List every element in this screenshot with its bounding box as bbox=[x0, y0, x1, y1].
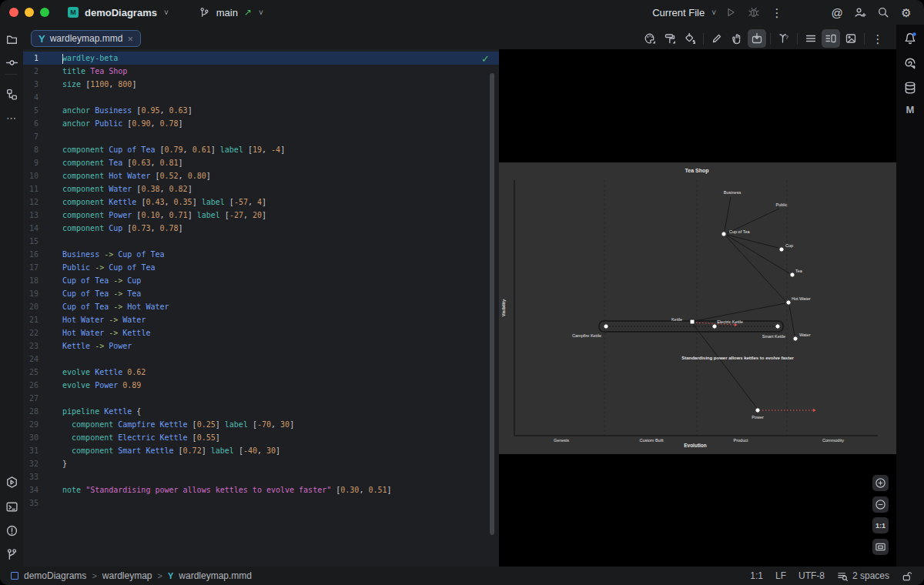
zoom-in-button[interactable] bbox=[872, 475, 889, 491]
services-tool-window-button[interactable] bbox=[4, 474, 19, 490]
code-with-me-button[interactable] bbox=[852, 4, 869, 21]
editor-only-layout-button[interactable] bbox=[802, 29, 820, 48]
split-layout-button[interactable] bbox=[822, 29, 840, 48]
editor-line[interactable]: 35 bbox=[23, 496, 499, 510]
breadcrumb-project[interactable]: demoDiagrams bbox=[24, 570, 86, 581]
editor-line[interactable]: 21Hot Water -> Water bbox=[23, 313, 499, 326]
editor-line[interactable]: 8component Cup of Tea [0.79, 0.61] label… bbox=[23, 143, 499, 156]
line-number: 35 bbox=[23, 496, 38, 510]
breadcrumb-folder[interactable]: wardleymap bbox=[102, 570, 152, 581]
editor-line[interactable]: 3size [1100, 800] bbox=[23, 78, 499, 91]
database-tool-window-button[interactable] bbox=[902, 80, 918, 95]
editor-scrollbar[interactable] bbox=[490, 73, 494, 535]
editor-line[interactable]: 10component Hot Water [0.52, 0.80] bbox=[23, 169, 499, 182]
pan-hand-button[interactable] bbox=[728, 29, 746, 48]
problems-tool-window-button[interactable] bbox=[4, 523, 19, 538]
editor-line[interactable]: 7 bbox=[23, 130, 499, 143]
indent-widget[interactable]: 2 spaces bbox=[837, 570, 889, 582]
settings-button[interactable]: ⚙ bbox=[898, 4, 915, 21]
mermaid-tool-window-button[interactable]: M bbox=[902, 102, 918, 117]
editor-line[interactable]: 14component Cup [0.73, 0.78] bbox=[23, 222, 499, 235]
editor-line[interactable]: 6anchor Public [0.90, 0.78] bbox=[23, 117, 499, 130]
run-configuration-selector[interactable]: Current File bbox=[652, 7, 705, 18]
paint-roller-button[interactable] bbox=[661, 29, 679, 48]
divider bbox=[5, 74, 18, 75]
editor-line[interactable]: 32} bbox=[23, 457, 499, 470]
file-lock-widget[interactable] bbox=[902, 570, 913, 582]
ai-chat-button[interactable] bbox=[902, 55, 918, 71]
encoding-widget[interactable]: UTF-8 bbox=[798, 570, 825, 581]
editor-line[interactable]: 18Cup of Tea -> Cup bbox=[23, 274, 499, 287]
line-number: 10 bbox=[23, 169, 38, 182]
tab-wardleymap-mmd[interactable]: Y wardleymap.mmd × bbox=[31, 30, 141, 47]
editor-line[interactable]: 29 component Campfire Kettle [0.25] labe… bbox=[23, 418, 499, 431]
ai-assistant-button[interactable]: @ bbox=[829, 4, 845, 21]
editor-line[interactable]: 1wardley-beta bbox=[23, 52, 499, 65]
more-actions-button[interactable]: ⋮ bbox=[768, 4, 785, 21]
editor-line[interactable]: 12component Kettle [0.43, 0.35] label [-… bbox=[23, 196, 499, 209]
edit-tool-button[interactable] bbox=[708, 29, 726, 48]
structure-tool-window-button[interactable] bbox=[4, 86, 19, 102]
editor-line[interactable]: 11component Water [0.38, 0.82] bbox=[23, 182, 499, 196]
line-number: 23 bbox=[23, 339, 38, 353]
project-tool-window-button[interactable] bbox=[4, 32, 19, 47]
zoom-window-button[interactable] bbox=[40, 8, 49, 17]
code-editor[interactable]: 1wardley-beta2title Tea Shop3size [1100,… bbox=[23, 49, 499, 567]
search-everywhere-button[interactable] bbox=[875, 4, 892, 21]
editor-line[interactable]: 24 bbox=[23, 353, 499, 366]
fill-color-button[interactable] bbox=[681, 29, 699, 48]
zoom-out-button[interactable] bbox=[872, 496, 889, 513]
close-window-button[interactable] bbox=[9, 8, 18, 17]
editor-line[interactable]: 15 bbox=[23, 235, 499, 248]
line-separator-widget[interactable]: LF bbox=[775, 570, 786, 581]
editor-line[interactable]: 2title Tea Shop bbox=[23, 65, 499, 78]
run-button[interactable] bbox=[722, 4, 739, 21]
commit-tool-window-button[interactable] bbox=[4, 55, 19, 70]
actual-size-button[interactable]: 1:1 bbox=[872, 517, 889, 533]
editor-line[interactable]: 5anchor Business [0.95, 0.63] bbox=[23, 104, 499, 117]
mermaid-syntax-help-button[interactable]: ? bbox=[775, 29, 793, 48]
editor-line[interactable]: 28pipeline Kettle { bbox=[23, 405, 499, 418]
preview-only-layout-button[interactable] bbox=[842, 29, 860, 48]
editor-line[interactable]: 26evolve Power 0.89 bbox=[23, 379, 499, 392]
editor-line[interactable]: 9component Tea [0.63, 0.81] bbox=[23, 156, 499, 169]
breadcrumb-separator: > bbox=[92, 571, 96, 580]
diagram-preview-panel[interactable]: Campfire KettleElectric KettleSmart Kett… bbox=[499, 49, 896, 567]
line-number: 16 bbox=[23, 248, 38, 261]
editor-line[interactable]: 25evolve Kettle 0.62 bbox=[23, 366, 499, 379]
editor-line[interactable]: 20Cup of Tea -> Hot Water bbox=[23, 300, 499, 313]
wardley-map-canvas[interactable]: Campfire KettleElectric KettleSmart Kett… bbox=[499, 162, 896, 454]
editor-line[interactable]: 30 component Electric Kettle [0.55] bbox=[23, 431, 499, 444]
editor-line[interactable]: 34note "Standardising power allows kettl… bbox=[23, 483, 499, 496]
zoom-widget[interactable]: 1:1 bbox=[750, 570, 763, 581]
editor-line[interactable]: 17Public -> Cup of Tea bbox=[23, 261, 499, 274]
line-number: 21 bbox=[23, 313, 38, 326]
breadcrumb-file[interactable]: wardleymap.mmd bbox=[179, 570, 252, 581]
editor-line[interactable]: 27 bbox=[23, 392, 499, 405]
git-tool-window-button[interactable] bbox=[4, 547, 19, 562]
insert-text-tool-button[interactable] bbox=[748, 29, 766, 48]
editor-line[interactable]: 22Hot Water -> Kettle bbox=[23, 326, 499, 339]
more-tool-windows-button[interactable]: ⋯ bbox=[4, 110, 19, 125]
editor-line[interactable]: 33 bbox=[23, 470, 499, 483]
minimize-window-button[interactable] bbox=[25, 8, 34, 17]
pipeline-node-dot bbox=[604, 324, 608, 329]
code-text: title Tea Shop bbox=[62, 65, 127, 78]
notifications-bell-button[interactable] bbox=[902, 31, 918, 46]
editor-line[interactable]: 23Kettle -> Power bbox=[23, 339, 499, 353]
terminal-tool-window-button[interactable] bbox=[4, 499, 19, 514]
map-stage-label: Product bbox=[734, 438, 748, 443]
fit-to-view-button[interactable] bbox=[872, 539, 889, 555]
debug-button[interactable] bbox=[745, 4, 762, 21]
editor-line[interactable]: 4 bbox=[23, 91, 499, 104]
editor-line[interactable]: 31 component Smart Kettle [0.72] label [… bbox=[23, 444, 499, 457]
project-selector[interactable]: demoDiagrams bbox=[85, 7, 157, 18]
editor-line[interactable]: 13component Power [0.10, 0.71] label [-2… bbox=[23, 209, 499, 222]
inspections-ok-icon[interactable]: ✓ bbox=[481, 53, 490, 65]
toolbar-more-button[interactable]: ⋮ bbox=[869, 29, 887, 48]
branch-selector[interactable]: main bbox=[216, 7, 238, 18]
editor-line[interactable]: 16Business -> Cup of Tea bbox=[23, 248, 499, 261]
editor-line[interactable]: 19Cup of Tea -> Tea bbox=[23, 287, 499, 300]
close-tab-icon[interactable]: × bbox=[127, 34, 133, 44]
color-scheme-palette-button[interactable] bbox=[641, 29, 659, 48]
